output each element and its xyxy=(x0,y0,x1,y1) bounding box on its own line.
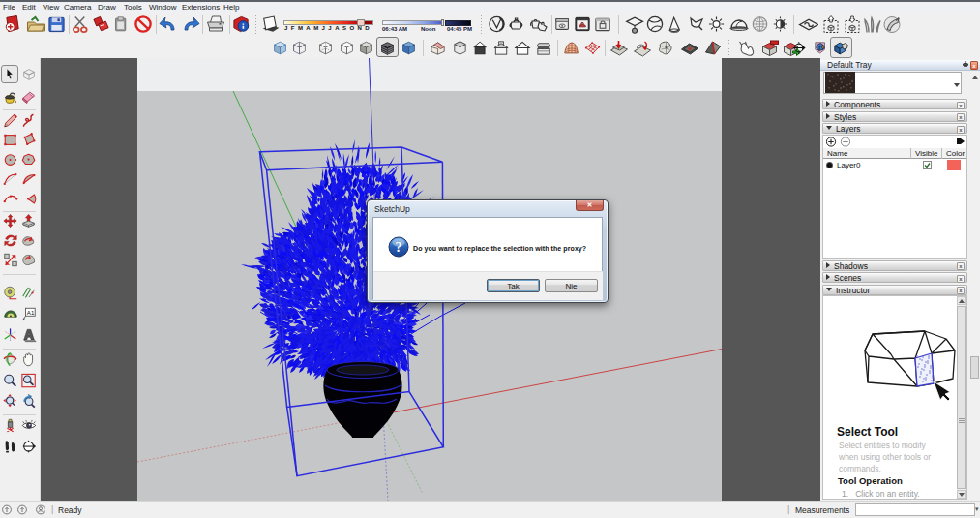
svg-text:?: ? xyxy=(396,240,402,255)
svg-text:A1: A1 xyxy=(27,309,35,316)
